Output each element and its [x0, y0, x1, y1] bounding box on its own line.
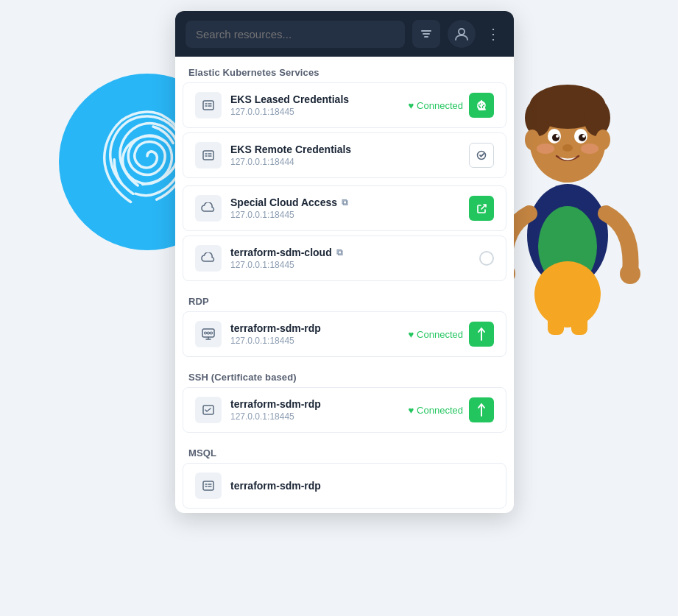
search-input[interactable] [186, 21, 405, 48]
resource-info: EKS Remote Credentials 127.0.0.1:18444 [230, 144, 460, 167]
external-link-button[interactable] [469, 196, 494, 221]
resource-type-icon [195, 472, 222, 499]
section-header-msql: MSQL [175, 437, 514, 463]
resource-info: terraform-sdm-rdp 127.0.0.1:18445 [230, 398, 399, 422]
resource-address: 127.0.0.1:18445 [230, 210, 460, 220]
svg-point-25 [537, 144, 554, 154]
section-header-eks: Elastic Kubernetes Services [175, 57, 514, 82]
svg-rect-31 [548, 309, 564, 335]
resource-type-icon [195, 321, 222, 347]
resource-type-icon [195, 245, 222, 272]
connect-button[interactable] [469, 397, 494, 422]
resource-info: terraform-sdm-rdp [230, 480, 494, 492]
resource-address: 127.0.0.1:18445 [230, 107, 399, 117]
resource-type-icon [195, 142, 222, 169]
copy-icon[interactable]: ⧉ [342, 197, 348, 208]
resource-item[interactable]: terraform-sdm-rdp 127.0.0.1:18445 ♥ Conn… [183, 387, 506, 433]
svg-rect-32 [571, 309, 587, 335]
filter-button[interactable] [412, 20, 440, 48]
resource-address: 127.0.0.1:18444 [230, 157, 460, 167]
connect-button[interactable] [469, 143, 494, 168]
svg-point-6 [205, 332, 207, 334]
connect-button[interactable] [469, 93, 494, 118]
resource-address: 127.0.0.1:18445 [230, 336, 399, 346]
resource-actions: ♥ Connected [408, 397, 494, 422]
resource-name: terraform-sdm-rdp [230, 322, 399, 334]
resource-info: terraform-sdm-cloud ⧉ 127.0.0.1:18445 [230, 247, 470, 270]
svg-point-8 [211, 332, 213, 334]
resource-item[interactable]: Special Cloud Access ⧉ 127.0.0.1:18445 [183, 185, 506, 231]
resource-actions [469, 143, 494, 168]
resource-name: terraform-sdm-rdp [230, 480, 494, 492]
resource-name: EKS Remote Credentials [230, 144, 460, 155]
copy-icon[interactable]: ⧉ [336, 247, 343, 258]
svg-rect-10 [203, 481, 213, 490]
mascot-character [494, 44, 641, 339]
resource-info: Special Cloud Access ⧉ 127.0.0.1:18445 [230, 197, 460, 220]
resource-item[interactable]: terraform-sdm-cloud ⧉ 127.0.0.1:18445 [183, 236, 506, 281]
resource-item[interactable]: terraform-sdm-rdp 127.0.0.1:18445 ♥ Conn… [183, 311, 506, 357]
main-panel: ⋮ Elastic Kubernetes Services EKS Leased… [175, 11, 514, 513]
heart-icon: ♥ [408, 100, 414, 111]
resource-type-icon [195, 195, 222, 222]
resource-info: terraform-sdm-rdp 127.0.0.1:18445 [230, 322, 399, 346]
resource-address: 127.0.0.1:18445 [230, 411, 399, 422]
section-header-rdp: RDP [175, 286, 514, 311]
resource-name-text: Special Cloud Access [230, 197, 337, 208]
resource-actions [479, 251, 494, 266]
resource-info: EKS Leased Credentials 127.0.0.1:18445 [230, 93, 399, 117]
resource-name-text: terraform-sdm-cloud [230, 247, 332, 258]
svg-point-29 [620, 263, 640, 284]
resource-item[interactable]: EKS Leased Credentials 127.0.0.1:18445 ♥… [183, 82, 506, 128]
connect-button[interactable] [469, 322, 494, 347]
radio-button[interactable] [479, 251, 494, 266]
svg-point-24 [582, 135, 585, 138]
resource-actions: ♥ Connected [408, 322, 494, 347]
resource-item[interactable]: EKS Remote Credentials 127.0.0.1:18444 [183, 132, 506, 178]
svg-rect-3 [203, 151, 213, 160]
svg-point-22 [579, 134, 586, 141]
heart-icon: ♥ [408, 405, 414, 416]
resource-name: Special Cloud Access ⧉ [230, 197, 460, 208]
resource-address: 127.0.0.1:18445 [230, 260, 470, 270]
more-button[interactable]: ⋮ [483, 24, 504, 44]
status-label: Connected [417, 329, 463, 340]
resource-type-icon [195, 397, 222, 423]
svg-point-15 [525, 99, 551, 136]
heart-icon: ♥ [408, 329, 414, 340]
svg-point-7 [208, 332, 210, 334]
svg-point-23 [556, 135, 559, 138]
svg-point-30 [534, 261, 601, 328]
resource-actions: ♥ Connected [408, 93, 494, 118]
svg-point-26 [581, 144, 598, 154]
section-header-ssh: SSH (Certificate based) [175, 361, 514, 387]
svg-point-0 [459, 29, 465, 35]
resource-name: terraform-sdm-cloud ⧉ [230, 247, 470, 258]
status-connected: ♥ Connected [408, 405, 463, 416]
status-connected: ♥ Connected [408, 100, 463, 111]
resource-name: terraform-sdm-rdp [230, 398, 399, 410]
svg-point-27 [562, 144, 573, 152]
panel-header: ⋮ [175, 11, 514, 57]
avatar-button[interactable] [448, 20, 476, 48]
resource-item[interactable]: terraform-sdm-rdp [183, 463, 506, 509]
resource-name: EKS Leased Credentials [230, 93, 399, 105]
panel-body: Elastic Kubernetes Services EKS Leased C… [175, 57, 514, 513]
status-label: Connected [417, 405, 463, 416]
status-label: Connected [417, 100, 463, 111]
svg-point-16 [584, 99, 610, 136]
svg-rect-1 [203, 101, 213, 110]
svg-point-21 [552, 134, 559, 141]
resource-actions [469, 196, 494, 221]
resource-type-icon [195, 92, 222, 118]
status-connected: ♥ Connected [408, 329, 463, 340]
